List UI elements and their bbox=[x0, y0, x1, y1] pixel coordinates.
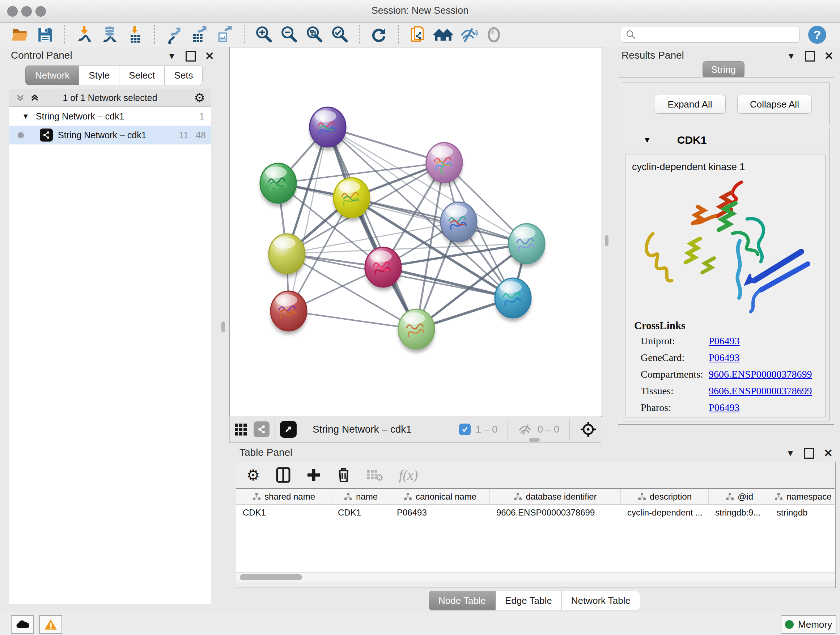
column-label: shared name bbox=[264, 492, 315, 502]
network-graph[interactable]: CCNB2CCNA1CDC25BCDK1CDC6RB1CCNB1CCNA2CDK… bbox=[230, 48, 602, 416]
edge-HIST1H1A-CCNE1[interactable] bbox=[289, 311, 416, 329]
grid-view-icon[interactable] bbox=[234, 422, 248, 437]
cell[interactable]: stringdb bbox=[770, 505, 835, 521]
column-header-description[interactable]: description bbox=[621, 489, 709, 504]
column-header-canonical-name[interactable]: canonical name bbox=[390, 489, 490, 504]
zoom-out-button[interactable] bbox=[278, 24, 300, 46]
string-import-button[interactable] bbox=[407, 24, 429, 46]
show-all-button[interactable] bbox=[483, 24, 505, 46]
node-CCNB1[interactable] bbox=[269, 234, 305, 277]
search-field[interactable] bbox=[621, 27, 799, 43]
show-columns-icon[interactable] bbox=[276, 467, 291, 483]
cell[interactable]: cyclin-dependent ... bbox=[621, 505, 709, 521]
cell[interactable]: CDK1 bbox=[236, 505, 332, 521]
tab-edge-table[interactable]: Edge Table bbox=[496, 591, 562, 610]
cloud-status-button[interactable] bbox=[11, 615, 34, 634]
expand-all-button[interactable]: Expand All bbox=[654, 95, 726, 114]
hidden-eye-icon[interactable] bbox=[518, 423, 532, 435]
tab-network-table[interactable]: Network Table bbox=[562, 591, 640, 610]
panel-menu-icon[interactable]: ▼ bbox=[786, 448, 795, 458]
scrollbar-thumb[interactable] bbox=[240, 574, 302, 580]
network-options-gear-icon[interactable]: ⚙ bbox=[194, 90, 205, 105]
zoom-in-button[interactable] bbox=[253, 24, 275, 46]
zoom-selected-button[interactable] bbox=[328, 24, 351, 46]
edge-CCNB2-CCNE1[interactable] bbox=[328, 127, 416, 329]
collection-expand-icon[interactable]: ▼ bbox=[22, 112, 29, 120]
crosslink-link[interactable]: P06493 bbox=[709, 402, 740, 413]
fit-content-crosshair-icon[interactable] bbox=[580, 421, 597, 438]
float-panel-icon[interactable] bbox=[805, 51, 815, 62]
crosslink-link[interactable]: 9606.ENSP00000378699 bbox=[709, 385, 812, 397]
node-CCNA1[interactable] bbox=[426, 143, 462, 186]
node-CCNE1[interactable] bbox=[398, 309, 434, 353]
column-header-shared-name[interactable]: shared name bbox=[236, 489, 332, 504]
float-panel-icon[interactable] bbox=[186, 51, 196, 62]
close-panel-icon[interactable]: ✕ bbox=[824, 447, 833, 459]
table-options-gear-icon[interactable]: ⚙ bbox=[246, 466, 260, 484]
column-header-namespace[interactable]: namespace bbox=[770, 489, 835, 504]
export-image-button[interactable] bbox=[213, 24, 236, 46]
export-network-button[interactable] bbox=[163, 24, 185, 46]
node-HIST1H1A[interactable] bbox=[271, 291, 307, 334]
tab-network[interactable]: Network bbox=[25, 65, 79, 85]
close-panel-icon[interactable]: ✕ bbox=[824, 50, 834, 62]
float-panel-icon[interactable] bbox=[804, 448, 814, 459]
node-CDKN1A[interactable] bbox=[495, 278, 531, 321]
node-CCNA2[interactable] bbox=[365, 247, 401, 291]
panel-menu-icon[interactable]: ▼ bbox=[787, 51, 796, 61]
close-panel-icon[interactable]: ✕ bbox=[205, 50, 214, 62]
network-share-view-icon[interactable] bbox=[254, 421, 270, 437]
birdseye-view-icon[interactable] bbox=[280, 421, 297, 438]
warning-status-button[interactable] bbox=[39, 615, 62, 634]
first-neighbors-button[interactable] bbox=[432, 24, 454, 46]
crosslink-link[interactable]: P06493 bbox=[709, 352, 740, 363]
section-collapse-icon[interactable]: ▼ bbox=[643, 135, 651, 145]
import-table-file-button[interactable] bbox=[124, 24, 146, 46]
save-session-button[interactable] bbox=[34, 24, 57, 46]
delete-table-icon[interactable] bbox=[366, 468, 383, 482]
delete-column-icon[interactable] bbox=[337, 467, 351, 483]
node-CDC25B[interactable] bbox=[260, 163, 296, 207]
table-horizontal-scrollbar[interactable] bbox=[236, 572, 835, 582]
node-RB1[interactable] bbox=[508, 224, 545, 267]
results-tab-string[interactable]: String bbox=[703, 61, 745, 78]
cell[interactable]: P06493 bbox=[390, 505, 490, 521]
tab-sets[interactable]: Sets bbox=[164, 65, 202, 85]
column-header--id[interactable]: @id bbox=[709, 489, 770, 504]
function-builder-icon[interactable]: f(x) bbox=[399, 467, 418, 483]
bottom-splitter-grip[interactable] bbox=[529, 438, 540, 442]
memory-button[interactable]: Memory bbox=[781, 615, 836, 634]
node-CDC6[interactable] bbox=[441, 202, 477, 245]
node-CCNB2[interactable] bbox=[309, 107, 346, 150]
cell[interactable]: stringdb:9... bbox=[709, 505, 770, 521]
export-table-button[interactable] bbox=[188, 24, 210, 46]
zoom-fit-button[interactable] bbox=[303, 24, 325, 46]
tab-select[interactable]: Select bbox=[119, 65, 164, 85]
table-row[interactable]: CDK1CDK1P064939606.ENSP00000378699cyclin… bbox=[236, 505, 835, 521]
crosslink-link[interactable]: P06493 bbox=[709, 335, 740, 347]
node-CDK1[interactable] bbox=[333, 178, 370, 221]
import-network-file-button[interactable] bbox=[73, 24, 95, 46]
tab-style[interactable]: Style bbox=[79, 65, 119, 85]
help-button[interactable]: ? bbox=[808, 26, 826, 44]
left-splitter-grip[interactable] bbox=[221, 321, 225, 333]
refresh-button[interactable] bbox=[368, 24, 390, 46]
network-collection-row[interactable]: ▼ String Network – cdk1 1 bbox=[9, 107, 211, 126]
import-network-database-button[interactable] bbox=[98, 24, 121, 46]
column-header-name[interactable]: name bbox=[332, 489, 390, 504]
selected-checkbox-icon[interactable] bbox=[459, 424, 471, 435]
network-row[interactable]: String Network – cdk1 11 48 bbox=[9, 126, 211, 144]
tab-node-table[interactable]: Node Table bbox=[429, 591, 496, 610]
add-column-icon[interactable] bbox=[306, 468, 321, 482]
hide-selected-button[interactable] bbox=[457, 24, 480, 46]
panel-menu-icon[interactable]: ▼ bbox=[167, 51, 176, 61]
open-session-button[interactable] bbox=[9, 24, 31, 46]
cell[interactable]: 9606.ENSP00000378699 bbox=[490, 505, 621, 521]
cell[interactable]: CDK1 bbox=[332, 505, 390, 521]
column-header-database-identifier[interactable]: database identifier bbox=[490, 489, 621, 504]
crosslink-link[interactable]: 9606.ENSP00000378699 bbox=[709, 369, 812, 380]
collapse-all-button[interactable]: Collapse All bbox=[737, 95, 812, 114]
network-view-canvas[interactable]: CCNB2CCNA1CDC25BCDK1CDC6RB1CCNB1CCNA2CDK… bbox=[229, 47, 602, 417]
right-splitter-grip[interactable] bbox=[605, 235, 608, 246]
search-input[interactable] bbox=[636, 29, 790, 40]
